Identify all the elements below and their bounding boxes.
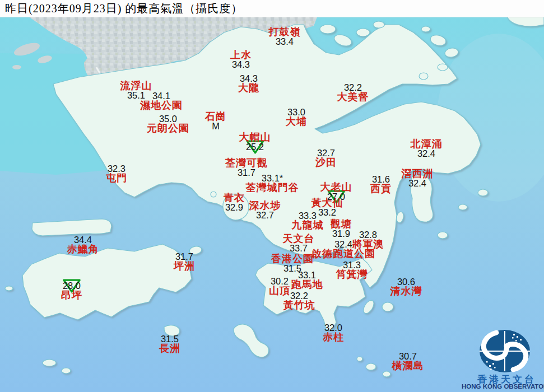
- station-5: 32.2大美督: [337, 83, 369, 102]
- station-7: 石崗M: [205, 111, 226, 130]
- station-9: 大帽山25.2: [239, 132, 271, 151]
- station-max-temp: M: [205, 122, 226, 130]
- station-14: 33.1*荃灣城門谷: [246, 174, 299, 193]
- station-max-temp: 30.6: [390, 277, 422, 286]
- station-max-temp: 32.2: [283, 291, 315, 300]
- station-name: 大帽山: [239, 132, 271, 142]
- station-max-temp: 32.3: [106, 164, 127, 173]
- station-34: 28.0昂坪: [61, 281, 82, 300]
- station-name: 上水: [230, 50, 252, 60]
- map-title: 昨日(2023年09月23日) 的最高氣溫（攝氏度）: [0, 0, 544, 17]
- station-36: 31.5長洲: [159, 334, 180, 353]
- station-30: 33.1跑馬地: [291, 270, 323, 290]
- station-max-temp: 33.0: [286, 108, 307, 116]
- station-max-temp: 28.0: [61, 281, 82, 290]
- station-max-temp: 35.0: [147, 114, 189, 123]
- station-0: 打鼓嶺33.4: [269, 27, 301, 46]
- station-23: 34.4赤鱲角: [67, 235, 99, 254]
- station-name: 濕地公園: [140, 100, 183, 110]
- station-name: 九龍城: [292, 220, 324, 230]
- station-max-temp: 34.4: [67, 235, 99, 244]
- station-max-temp: 33.1*: [246, 174, 299, 183]
- station-max-temp: 32.4: [311, 240, 375, 249]
- station-24: 天文台33.7: [283, 234, 315, 253]
- stations-layer: 打鼓嶺33.4上水34.334.3大隴流浮山35.134.1濕地公園32.2大美…: [0, 0, 544, 392]
- station-35: 32.0赤柱: [323, 323, 344, 342]
- station-max-temp: 33.4: [269, 37, 301, 46]
- station-6: 35.0元朗公園: [147, 114, 189, 133]
- station-11: 北潭涌32.4: [411, 139, 443, 158]
- station-max-temp: 30.7: [392, 352, 424, 361]
- station-2: 34.3大隴: [238, 74, 259, 93]
- station-name: 元朗公園: [147, 123, 189, 133]
- station-1: 上水34.3: [230, 50, 252, 69]
- station-32: 30.6清水灣: [390, 277, 422, 296]
- station-name: 北潭涌: [411, 139, 443, 149]
- hko-logo-english-name: HONG KONG OBSERVATORY: [462, 383, 544, 390]
- station-max-temp: 33.3: [292, 211, 324, 220]
- station-max-temp: 33.7: [283, 244, 315, 253]
- station-max-temp: 25.2: [239, 142, 271, 151]
- station-37: 30.7橫瀾島: [392, 352, 424, 371]
- station-name: 青衣: [224, 193, 245, 203]
- station-name: 橫瀾島: [392, 361, 424, 371]
- station-name: 大埔: [286, 116, 307, 127]
- station-name: 荃灣可觀: [225, 158, 268, 168]
- station-name: 香港公園: [271, 254, 314, 264]
- station-name: 昂坪: [61, 290, 82, 300]
- station-16: 滘西洲32.4: [402, 169, 434, 188]
- station-max-temp: 32.7: [249, 211, 281, 220]
- station-name: 滘西洲: [402, 169, 434, 179]
- station-max-temp: 32.4: [402, 179, 434, 188]
- station-max-temp: 34.3: [230, 60, 252, 69]
- station-name: 天文台: [283, 234, 315, 244]
- min-temp-triangle-icon: [245, 139, 264, 155]
- station-name: 屯門: [106, 173, 127, 183]
- station-name: 大老山: [320, 182, 352, 192]
- station-max-temp: 34.1: [140, 91, 183, 100]
- station-name: 西貢: [370, 184, 392, 194]
- weather-map-screenshot: 昨日(2023年09月23日) 的最高氣溫（攝氏度） 打鼓嶺33.4上水34.3…: [0, 0, 544, 392]
- station-name: 黃大仙: [311, 198, 343, 208]
- station-name: 流浮山: [120, 81, 152, 91]
- station-name: 荃灣城門谷: [246, 183, 299, 193]
- station-max-temp: 34.3: [238, 74, 259, 83]
- station-max-temp: 31.9: [331, 229, 352, 238]
- station-22: 觀塘31.9: [331, 219, 352, 238]
- station-10: 32.7沙田: [315, 148, 337, 167]
- station-name: 深水埗: [249, 200, 281, 211]
- station-max-temp: 31.3: [336, 260, 368, 269]
- station-29: 31.3筲箕灣: [336, 260, 368, 279]
- station-name: 啟德跑道公園: [311, 249, 375, 259]
- station-19: 深水埗32.7: [249, 200, 281, 220]
- station-max-temp: 31.7: [174, 252, 195, 261]
- station-max-temp: 32.9: [224, 203, 245, 212]
- station-26: 32.4啟德跑道公園: [311, 240, 375, 259]
- station-max-temp: 32.0: [323, 323, 344, 332]
- station-max-temp: 33.1: [291, 270, 323, 279]
- station-name: 大美督: [337, 92, 369, 102]
- station-max-temp: 31.6: [370, 175, 392, 184]
- station-27: 31.7坪洲: [174, 252, 195, 271]
- station-max-temp: 32.7: [315, 148, 337, 157]
- station-12: 32.3屯門: [106, 164, 127, 183]
- station-21: 33.3九龍城: [292, 211, 324, 230]
- station-name: 赤柱: [323, 332, 344, 342]
- station-name: 沙田: [315, 157, 337, 167]
- station-name: 大隴: [238, 83, 259, 93]
- station-name: 黃竹坑: [283, 300, 315, 310]
- station-max-temp: 32.2: [337, 83, 369, 92]
- station-33: 32.2黃竹坑: [283, 291, 315, 310]
- station-18: 青衣32.9: [224, 193, 245, 212]
- station-8: 33.0大埔: [286, 108, 307, 127]
- station-name: 跑馬地: [291, 279, 323, 290]
- station-name: 坪洲: [174, 261, 195, 271]
- station-max-temp: 30.2: [269, 277, 290, 286]
- station-15: 31.6西貢: [370, 175, 392, 194]
- station-name: 長洲: [159, 343, 180, 353]
- station-max-temp: 32.8: [352, 230, 384, 239]
- station-name: 清水灣: [390, 286, 422, 296]
- station-max-temp: 31.5: [159, 334, 180, 343]
- station-name: 打鼓嶺: [269, 27, 301, 37]
- station-max-temp: 32.4: [411, 149, 443, 158]
